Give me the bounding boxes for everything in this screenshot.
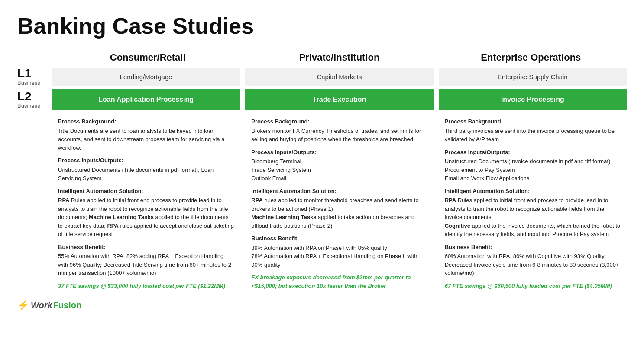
enterprise-ia-solution: Intelligent Automation Solution: RPA Rul… (445, 187, 621, 239)
content-cell-enterprise: Process Background: Third party invoices… (439, 116, 627, 292)
l2-label: L2 Business (17, 89, 52, 110)
l2-cell-consumer: Loan Application Processing (52, 89, 240, 110)
column-headers: Consumer/Retail Private/Institution Ente… (52, 52, 627, 63)
private-ia-solution: Intelligent Automation Solution: RPA rul… (251, 187, 427, 230)
l1-cell-private: Capital Markets (245, 68, 433, 86)
consumer-process-background: Process Background: Title Documents are … (58, 117, 234, 152)
col-header-private: Private/Institution (243, 52, 435, 63)
l1-cell-consumer: Lending/Mortgage (52, 68, 240, 86)
consumer-ia-solution: Intelligent Automation Solution: RPA Rul… (58, 187, 234, 239)
enterprise-business-benefit: Business Benefit: 60% Automation with RP… (445, 243, 621, 278)
l1-cell-enterprise: Enterprise Supply Chain (439, 68, 627, 86)
workfusion-icon: ⚡ (17, 300, 29, 311)
col-header-enterprise: Enterprise Operations (435, 52, 627, 63)
l1-cols: Lending/Mortgage Capital Markets Enterpr… (52, 68, 627, 86)
l2-cell-private: Trade Execution (245, 89, 433, 110)
private-inputs-outputs: Process Inputs/Outputs: Bloomberg Termin… (251, 148, 427, 183)
main-layout: Consumer/Retail Private/Institution Ente… (17, 52, 627, 311)
enterprise-inputs-outputs: Process Inputs/Outputs: Unstructured Doc… (445, 148, 621, 183)
content-cell-consumer: Process Background: Title Documents are … (52, 116, 240, 292)
l2-cols: Loan Application Processing Trade Execut… (52, 89, 627, 110)
enterprise-process-background: Process Background: Third party invoices… (445, 117, 621, 144)
private-process-background: Process Background: Brokers monitor FX C… (251, 117, 427, 144)
logo-text: WorkFusion (31, 300, 81, 310)
page-title: Banking Case Studies (17, 13, 627, 39)
l2-cell-enterprise: Invoice Processing (439, 89, 627, 110)
col-header-consumer: Consumer/Retail (52, 52, 243, 63)
l1-label: L1 Business (17, 68, 52, 86)
logo-area: ⚡ WorkFusion (17, 300, 627, 311)
consumer-business-benefit: Business Benefit: 55% Automation with RP… (58, 243, 234, 278)
private-business-benefit: Business Benefit: 89% Automation with RP… (251, 234, 427, 269)
l1-row: L1 Business Lending/Mortgage Capital Mar… (17, 68, 627, 86)
l2-row: L2 Business Loan Application Processing … (17, 89, 627, 110)
consumer-inputs-outputs: Process Inputs/Outputs: Unstructured Doc… (58, 156, 234, 183)
content-cell-private: Process Background: Brokers monitor FX C… (245, 116, 433, 292)
page-container: Banking Case Studies Consumer/Retail Pri… (17, 13, 627, 311)
content-row: Process Background: Title Documents are … (52, 116, 627, 292)
